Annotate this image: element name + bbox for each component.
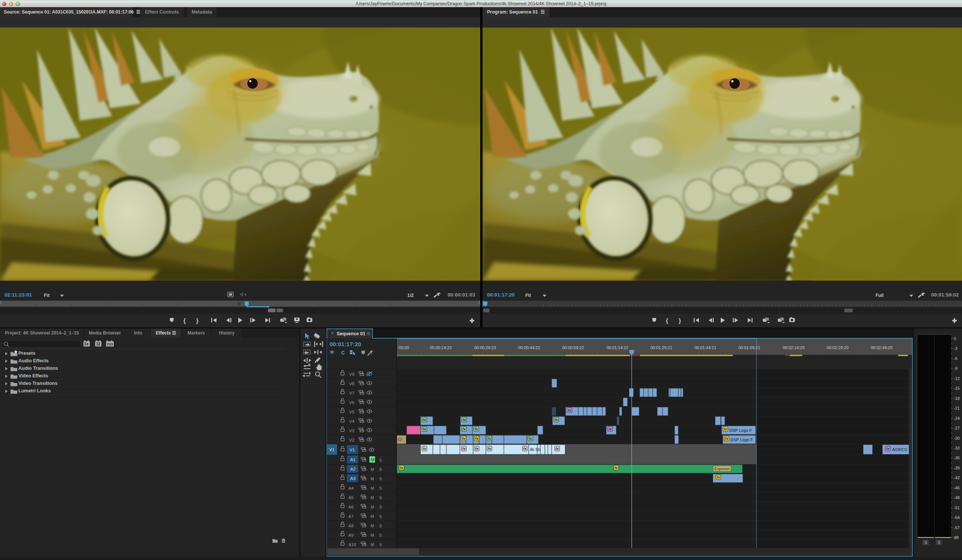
svg-text:A1: A1 xyxy=(350,457,355,462)
svg-text:M: M xyxy=(371,523,374,528)
svg-text:-9: -9 xyxy=(954,366,957,371)
svg-text:V5: V5 xyxy=(349,410,354,414)
svg-text:-21: -21 xyxy=(954,406,960,410)
svg-text:-30: -30 xyxy=(954,436,960,441)
svg-text:-42: -42 xyxy=(954,475,960,480)
svg-text:fx: fx xyxy=(555,418,558,422)
svg-text:M: M xyxy=(371,495,374,500)
svg-text:fx: fx xyxy=(462,436,465,441)
svg-text:fx: fx xyxy=(609,427,612,431)
svg-text:fx: fx xyxy=(717,475,720,479)
svg-text:S: S xyxy=(379,514,382,519)
svg-text:-51: -51 xyxy=(954,505,960,510)
svg-text:S: S xyxy=(379,476,382,481)
svg-text:☰: ☰ xyxy=(367,331,370,336)
svg-text:dB: dB xyxy=(954,535,959,540)
svg-text:-48: -48 xyxy=(954,495,960,500)
svg-text:-12: -12 xyxy=(954,376,960,381)
svg-text:fx: fx xyxy=(475,447,478,450)
svg-text:M: M xyxy=(371,542,374,547)
svg-text:A030C0: A030C0 xyxy=(892,447,907,452)
svg-text:V6: V6 xyxy=(349,400,354,405)
svg-text:fx: fx xyxy=(724,427,727,431)
svg-text:00:02:29:20: 00:02:29:20 xyxy=(827,345,849,350)
svg-text:32: 32 xyxy=(96,342,101,346)
svg-text:fx: fx xyxy=(475,427,478,431)
svg-text:A7: A7 xyxy=(349,514,353,519)
svg-text:-33: -33 xyxy=(954,446,960,450)
svg-text:M: M xyxy=(371,457,374,462)
svg-text:-36: -36 xyxy=(954,455,960,460)
svg-text:4k Sh: 4k Sh xyxy=(530,447,541,452)
svg-text:-57: -57 xyxy=(954,525,960,530)
svg-text:S: S xyxy=(379,467,382,472)
svg-text:fx: fx xyxy=(462,447,466,450)
svg-text::00:00: :00:00 xyxy=(397,345,409,350)
svg-text:fx: fx xyxy=(423,418,426,422)
svg-text:Sequence 01: Sequence 01 xyxy=(337,331,365,336)
svg-text:}: } xyxy=(196,317,199,324)
svg-text:{: { xyxy=(183,317,186,324)
svg-text:A3: A3 xyxy=(350,476,355,481)
svg-text:-27: -27 xyxy=(954,426,960,430)
svg-text:V2: V2 xyxy=(349,438,354,442)
svg-text:-18: -18 xyxy=(954,396,960,401)
svg-text:A5: A5 xyxy=(349,495,353,500)
svg-text:00:02:44:20: 00:02:44:20 xyxy=(871,345,893,350)
svg-text:-39: -39 xyxy=(954,466,960,470)
svg-text:{: { xyxy=(666,317,668,324)
svg-text:A10: A10 xyxy=(349,542,356,547)
svg-text:A4: A4 xyxy=(349,486,354,491)
svg-text:00:01:44:21: 00:01:44:21 xyxy=(694,345,716,350)
svg-text:fx: fx xyxy=(725,436,728,441)
svg-text:00:01:59:21: 00:01:59:21 xyxy=(738,345,760,350)
svg-text:00:00:59:22: 00:00:59:22 xyxy=(562,345,584,350)
svg-text:fx: fx xyxy=(614,466,618,470)
svg-text:00:01:29:21: 00:01:29:21 xyxy=(650,345,672,350)
svg-text:S: S xyxy=(379,486,382,491)
svg-text:V1: V1 xyxy=(329,447,334,452)
svg-text:S: S xyxy=(379,458,382,462)
svg-text:fx: fx xyxy=(488,436,491,441)
svg-text:00:01:17:20: 00:01:17:20 xyxy=(329,341,361,347)
svg-text:S: S xyxy=(379,533,382,537)
svg-text:S: S xyxy=(379,542,382,547)
svg-text:fx: fx xyxy=(463,418,466,422)
svg-text:×: × xyxy=(331,331,334,336)
svg-text:}: } xyxy=(679,317,681,324)
svg-text:V1: V1 xyxy=(349,448,355,452)
svg-text:A2: A2 xyxy=(350,467,355,471)
svg-text:Cr: Cr xyxy=(398,437,402,442)
svg-text:fx: fx xyxy=(400,466,403,470)
svg-text:-3: -3 xyxy=(954,346,957,351)
svg-text:-45: -45 xyxy=(954,486,960,490)
svg-text:A8: A8 xyxy=(349,523,353,528)
svg-text:A6: A6 xyxy=(349,505,353,509)
svg-text:M: M xyxy=(371,505,374,509)
svg-text:0: 0 xyxy=(954,336,956,341)
svg-text:V8: V8 xyxy=(349,381,354,386)
svg-text:-6: -6 xyxy=(954,356,957,361)
svg-text:M: M xyxy=(371,514,374,519)
svg-text:DSP Logo F: DSP Logo F xyxy=(730,428,752,433)
svg-text:C: C xyxy=(341,350,345,355)
svg-text:M: M xyxy=(371,486,374,491)
svg-text:S: S xyxy=(379,523,382,528)
svg-text:fx: fx xyxy=(523,447,526,450)
svg-text:00:02:14:20: 00:02:14:20 xyxy=(783,345,805,350)
svg-text:fx: fx xyxy=(488,447,491,450)
svg-text:-24: -24 xyxy=(954,416,960,421)
svg-text:V9: V9 xyxy=(349,372,354,377)
svg-text:fx: fx xyxy=(462,427,466,431)
svg-text:fx: fx xyxy=(529,436,532,441)
svg-text:V3: V3 xyxy=(349,428,354,433)
svg-text:M: M xyxy=(371,467,374,472)
svg-text:00:00:29:23: 00:00:29:23 xyxy=(474,345,496,350)
svg-text:DSP Logo F: DSP Logo F xyxy=(731,437,753,442)
svg-text:M: M xyxy=(371,533,374,537)
svg-text:A9: A9 xyxy=(349,533,353,537)
svg-text:-54: -54 xyxy=(954,515,960,520)
svg-text:fx: fx xyxy=(423,447,426,450)
svg-text:S: S xyxy=(379,495,382,500)
svg-text:YUV: YUV xyxy=(107,342,113,346)
